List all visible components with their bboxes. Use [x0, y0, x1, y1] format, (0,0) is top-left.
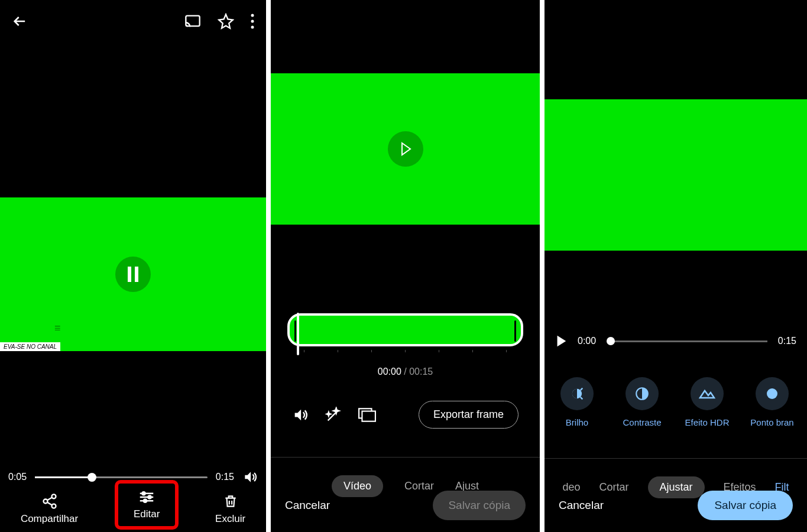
svg-point-3	[251, 26, 254, 29]
screen-adjust: 0:00 0:15 Brilho Contraste Efeito HDR Po…	[545, 0, 807, 532]
play-button[interactable]	[388, 131, 423, 167]
screen-video-player: ≡ EVA-SE NO CANAL 0:05 0:15 Compartilhar…	[0, 0, 266, 532]
top-bar	[0, 0, 266, 43]
scrubber-thumb[interactable]	[607, 337, 615, 345]
svg-point-11	[144, 499, 147, 502]
trim-handle-left[interactable]	[294, 320, 296, 342]
video-preview[interactable]	[545, 99, 807, 251]
save-button: Salvar cópia	[433, 491, 526, 520]
more-icon[interactable]	[251, 14, 254, 29]
adjust-scrubber: 0:00 0:15	[545, 335, 807, 348]
svg-point-7	[43, 499, 47, 504]
contrast-label: Contraste	[623, 417, 661, 427]
adjust-whitepoint[interactable]: Ponto bran	[740, 377, 805, 427]
svg-point-6	[51, 494, 56, 498]
trim-control	[271, 313, 540, 352]
trim-time: 00:00 / 00:15	[271, 366, 540, 377]
trim-total: 00:15	[409, 366, 433, 377]
edit-tools: Exportar frame	[271, 401, 540, 429]
whitepoint-icon	[756, 377, 789, 410]
svg-rect-13	[362, 411, 375, 421]
save-button[interactable]: Salvar cópia	[698, 491, 793, 520]
svg-point-8	[51, 504, 56, 508]
play-icon[interactable]	[555, 335, 567, 348]
scrubber-track[interactable]	[607, 340, 767, 342]
svg-point-2	[251, 20, 254, 23]
time-duration: 0:15	[778, 336, 796, 346]
cancel-button[interactable]: Cancelar	[285, 499, 330, 512]
delete-label: Excluir	[215, 513, 245, 525]
whitepoint-label: Ponto bran	[750, 417, 793, 427]
video-preview[interactable]: ≡ EVA-SE NO CANAL	[0, 197, 266, 351]
brightness-icon	[560, 377, 594, 410]
export-frame-button[interactable]: Exportar frame	[419, 401, 518, 429]
menu-icon: ≡	[54, 322, 61, 335]
hdr-icon	[691, 377, 724, 410]
adjust-hdr[interactable]: Efeito HDR	[675, 377, 740, 427]
scrubber-track[interactable]	[35, 476, 208, 478]
trim-playhead[interactable]	[297, 313, 299, 355]
video-caption: EVA-SE NO CANAL	[0, 342, 60, 351]
svg-rect-0	[186, 16, 199, 26]
svg-rect-4	[128, 267, 131, 282]
svg-point-9	[142, 492, 145, 495]
time-current: 0:00	[578, 336, 596, 346]
hdr-label: Efeito HDR	[685, 417, 729, 427]
star-icon[interactable]	[218, 13, 234, 30]
bottom-actions: Cancelar Salvar cópia	[271, 491, 540, 520]
volume-icon[interactable]	[292, 407, 309, 423]
pause-button[interactable]	[115, 257, 151, 292]
delete-button[interactable]: Excluir	[210, 488, 250, 530]
screen-video-edit: 00:00 / 00:15 Exportar frame Vídeo Corta…	[271, 0, 540, 532]
trim-handle-right[interactable]	[514, 320, 516, 342]
magic-wand-icon[interactable]	[325, 407, 342, 423]
adjust-contrast[interactable]: Contraste	[610, 377, 675, 427]
svg-point-1	[251, 14, 254, 17]
svg-point-10	[148, 496, 151, 499]
back-icon[interactable]	[12, 13, 28, 30]
adjust-brightness[interactable]: Brilho	[545, 377, 610, 427]
svg-point-16	[767, 388, 777, 399]
contrast-icon	[625, 377, 659, 410]
edit-button[interactable]: Editar	[115, 480, 179, 530]
cast-icon[interactable]	[184, 13, 201, 30]
edit-label: Editar	[134, 508, 160, 520]
cancel-button[interactable]: Cancelar	[559, 499, 604, 512]
video-preview[interactable]	[271, 73, 540, 225]
share-button[interactable]: Compartilhar	[16, 488, 83, 530]
adjust-options: Brilho Contraste Efeito HDR Ponto bran	[545, 377, 807, 427]
share-label: Compartilhar	[21, 513, 78, 525]
brightness-label: Brilho	[566, 417, 588, 427]
action-bar: Compartilhar Editar Excluir	[0, 480, 266, 530]
frame-icon[interactable]	[358, 408, 376, 422]
bottom-actions: Cancelar Salvar cópia	[545, 491, 807, 520]
svg-rect-5	[135, 267, 138, 282]
trim-bar[interactable]	[287, 313, 523, 346]
trim-current: 00:00	[378, 366, 401, 377]
